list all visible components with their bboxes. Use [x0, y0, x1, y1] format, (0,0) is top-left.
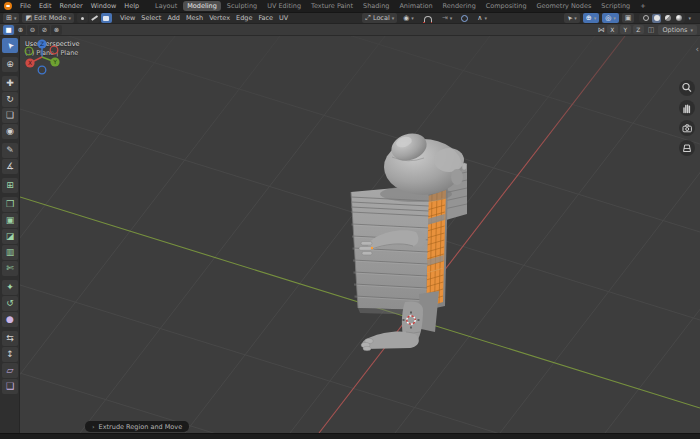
menu-uv[interactable]: UV: [276, 12, 291, 24]
select-mode-extend-button[interactable]: ⊕: [15, 25, 26, 35]
workspace-tab-compositing[interactable]: Compositing: [482, 1, 531, 11]
gizmo-neg-x[interactable]: [50, 46, 58, 54]
pan-icon: [679, 100, 695, 116]
mirror-z-toggle[interactable]: Z: [633, 25, 644, 34]
select-mode-vertex-button[interactable]: [77, 13, 88, 23]
pivot-point-dropdown[interactable]: ◉▾: [400, 13, 417, 23]
tool-edge-slide[interactable]: ⇆: [2, 331, 18, 346]
options-dropdown[interactable]: Options ▾: [658, 25, 697, 35]
menu-window[interactable]: Window: [87, 0, 121, 12]
gizmo-pos-y[interactable]: Y: [50, 57, 59, 66]
snap-settings-dropdown[interactable]: ⇥▾: [439, 13, 455, 23]
viewport-3d[interactable]: User Perspective (1) Plane | Plane Z X: [20, 36, 700, 433]
model-mesh[interactable]: [20, 36, 700, 433]
tool-rotate[interactable]: ↻: [2, 92, 18, 107]
transform-orientation-dropdown[interactable]: ⤢ Local ▾: [362, 13, 397, 23]
tool-bevel[interactable]: ◪: [2, 229, 18, 244]
editor-type-dropdown[interactable]: ⊞▾: [3, 13, 19, 23]
nav-camera-button[interactable]: [679, 120, 695, 136]
select-mode-invert-button[interactable]: ⊘: [39, 25, 50, 35]
workspace-tab-texture-paint[interactable]: Texture Paint: [307, 1, 357, 11]
menu-edge[interactable]: Edge: [233, 12, 255, 24]
tool-shear[interactable]: ▱: [2, 363, 18, 378]
workspace-tab-animation[interactable]: Animation: [395, 1, 436, 11]
select-mode-intersect-button[interactable]: ⊗: [51, 25, 62, 35]
workspace-tab-scripting[interactable]: Scripting: [597, 1, 634, 11]
tool-move[interactable]: ✚: [2, 76, 18, 91]
shading-rendered-button[interactable]: [674, 14, 683, 23]
move-icon: ✚: [6, 76, 14, 91]
menu-view[interactable]: View: [117, 12, 138, 24]
nav-perspective-button[interactable]: [679, 140, 695, 156]
tool-scale[interactable]: ❏: [2, 108, 18, 123]
tool-shrink-fatten[interactable]: ↕: [2, 347, 18, 362]
tool-transform[interactable]: ◉: [2, 124, 18, 139]
shading-dropdown[interactable]: ▾: [685, 13, 694, 23]
proportional-falloff-dropdown[interactable]: ∧▾: [474, 13, 490, 23]
gizmo-pos-x[interactable]: X: [25, 58, 34, 67]
sidebar-collapse-arrow[interactable]: ‹: [695, 45, 699, 54]
menu-add[interactable]: Add: [164, 12, 183, 24]
menu-edit[interactable]: Edit: [35, 0, 56, 12]
tool-annotate[interactable]: ✎: [2, 143, 18, 158]
redo-panel[interactable]: › Extrude Region and Move: [85, 421, 189, 432]
tool-extras-icon[interactable]: ◫: [648, 26, 655, 34]
tool-smooth[interactable]: ●: [2, 312, 18, 327]
tool-loop-cut[interactable]: ▥: [2, 245, 18, 260]
svg-text:X: X: [28, 59, 32, 66]
poly-build-icon: ✦: [6, 280, 14, 295]
menu-select[interactable]: Select: [138, 12, 164, 24]
shading-material-preview-button[interactable]: [663, 14, 672, 23]
menu-render[interactable]: Render: [55, 0, 86, 12]
tool-measure[interactable]: ∡: [2, 159, 18, 174]
workspace-tab-sculpting[interactable]: Sculpting: [223, 1, 261, 11]
select-mode-subtract-button[interactable]: ⊖: [27, 25, 38, 35]
object-type-visibility-button[interactable]: ➤▾: [564, 13, 580, 23]
shading-solid-button[interactable]: [652, 14, 661, 23]
menu-vertex[interactable]: Vertex: [206, 12, 233, 24]
gizmo-neg-z[interactable]: [38, 66, 46, 74]
menu-file[interactable]: File: [16, 0, 35, 12]
workspace-tab-shading[interactable]: Shading: [359, 1, 393, 11]
gizmo-neg-y[interactable]: [25, 47, 33, 55]
tool-extrude-region[interactable]: ❒: [2, 197, 18, 212]
shading-wireframe-button[interactable]: [641, 14, 650, 23]
blender-logo-icon[interactable]: [4, 2, 12, 10]
snap-toggle[interactable]: [420, 13, 436, 23]
tool-spin[interactable]: ↺: [2, 296, 18, 311]
tool-tweak-select-box[interactable]: ➤: [2, 38, 18, 53]
workspace-tab-geometry-nodes[interactable]: Geometry Nodes: [533, 1, 596, 11]
bevel-icon: ◪: [6, 229, 15, 244]
mode-dropdown[interactable]: ◩ Edit Mode ▾: [22, 13, 74, 23]
nav-pan-button[interactable]: [679, 100, 695, 116]
tool-rip-region[interactable]: ❑: [2, 379, 18, 394]
tool-knife[interactable]: ✄: [2, 261, 18, 276]
select-mode-set-button[interactable]: ■: [3, 25, 14, 35]
show-gizmos-button[interactable]: ⊕▾: [583, 13, 599, 23]
mirror-x-toggle[interactable]: X: [607, 25, 618, 34]
nav-zoom-button[interactable]: [679, 80, 695, 96]
workspace-tab-modeling[interactable]: Modeling: [183, 1, 221, 11]
tool-inset-faces[interactable]: ▣: [2, 213, 18, 228]
select-mode-face-button[interactable]: [101, 13, 112, 23]
workspace-tab-rendering[interactable]: Rendering: [439, 1, 480, 11]
viewport-toggle-group: ➤▾⊕▾◎▾▣: [564, 13, 638, 23]
mirror-y-toggle[interactable]: Y: [620, 25, 631, 34]
toggle-xray-button[interactable]: ▣: [622, 13, 635, 23]
menu-mesh[interactable]: Mesh: [183, 12, 206, 24]
add-workspace-button[interactable]: +: [636, 1, 649, 11]
edit-mode-icon: ◩: [25, 13, 32, 23]
tool-add-cube[interactable]: ⊞: [2, 178, 18, 193]
workspace-tab-layout[interactable]: Layout: [151, 1, 181, 11]
proportional-editing-toggle[interactable]: [458, 13, 471, 23]
annotate-icon: ✎: [6, 143, 14, 158]
workspace-tab-uv-editing[interactable]: UV Editing: [263, 1, 305, 11]
navigation-gizmo[interactable]: Z X Y: [20, 36, 66, 82]
menu-face[interactable]: Face: [255, 12, 276, 24]
tool-cursor[interactable]: ⊕: [2, 57, 18, 72]
show-overlays-button[interactable]: ◎▾: [602, 13, 619, 23]
tool-poly-build[interactable]: ✦: [2, 280, 18, 295]
select-mode-edge-button[interactable]: [89, 13, 100, 23]
gizmo-pos-z[interactable]: Z: [37, 39, 46, 48]
menu-help[interactable]: Help: [120, 0, 143, 12]
